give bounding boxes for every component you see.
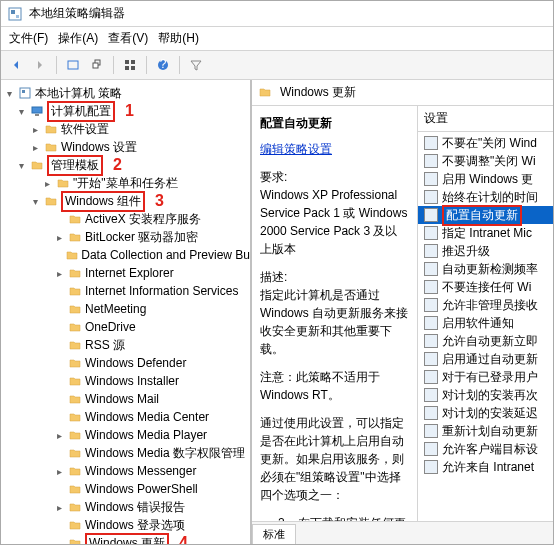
menu-file[interactable]: 文件(F) bbox=[9, 30, 48, 47]
tree-admin-templates[interactable]: ▾ 管理模板 2 bbox=[1, 156, 250, 174]
expand-icon[interactable]: ▾ bbox=[3, 88, 15, 99]
tree-software-settings[interactable]: ▸ 软件设置 bbox=[1, 120, 250, 138]
tree-item[interactable]: ActiveX 安装程序服务 bbox=[1, 210, 250, 228]
settings-list-item[interactable]: 对计划的安装延迟 bbox=[418, 404, 553, 422]
folder-icon bbox=[67, 319, 83, 335]
settings-list-item[interactable]: 对计划的安装再次 bbox=[418, 386, 553, 404]
policy-icon bbox=[424, 352, 438, 366]
policy-icon bbox=[424, 208, 438, 222]
menu-help[interactable]: 帮助(H) bbox=[158, 30, 199, 47]
toolbar-btn-2[interactable] bbox=[86, 54, 108, 76]
tree-item[interactable]: Windows Installer bbox=[1, 372, 250, 390]
tree-item[interactable]: ▸BitLocker 驱动器加密 bbox=[1, 228, 250, 246]
expand-icon[interactable]: ▸ bbox=[29, 142, 41, 153]
tree-item[interactable]: Windows PowerShell bbox=[1, 480, 250, 498]
svg-rect-3 bbox=[68, 61, 78, 69]
expand-icon[interactable]: ▸ bbox=[29, 124, 41, 135]
settings-list-item[interactable]: 指定 Intranet Mic bbox=[418, 224, 553, 242]
svg-rect-7 bbox=[131, 60, 135, 64]
tree-item[interactable]: NetMeeting bbox=[1, 300, 250, 318]
nav-fwd-button[interactable] bbox=[29, 54, 51, 76]
filter-button[interactable] bbox=[185, 54, 207, 76]
settings-list-item[interactable]: 对于有已登录用户 bbox=[418, 368, 553, 386]
tree-computer-config[interactable]: ▾ 计算机配置 1 bbox=[1, 102, 250, 120]
expand-icon[interactable]: ▾ bbox=[15, 106, 27, 117]
tree-item[interactable]: ▸Windows Messenger bbox=[1, 462, 250, 480]
settings-list-item[interactable]: 不要调整"关闭 Wi bbox=[418, 152, 553, 170]
tree-item[interactable]: Data Collection and Preview Bu bbox=[1, 246, 250, 264]
settings-list-item[interactable]: 启用通过自动更新 bbox=[418, 350, 553, 368]
expand-icon[interactable]: ▸ bbox=[53, 430, 65, 441]
settings-list-item[interactable]: 允许非管理员接收 bbox=[418, 296, 553, 314]
tab-standard[interactable]: 标准 bbox=[252, 524, 296, 544]
list-column-header[interactable]: 设置 bbox=[418, 106, 553, 132]
expand-icon[interactable]: ▸ bbox=[53, 502, 65, 513]
settings-list-item[interactable]: 自动更新检测频率 bbox=[418, 260, 553, 278]
expand-icon[interactable]: ▸ bbox=[53, 268, 65, 279]
tree-item[interactable]: Windows Media 数字权限管理 bbox=[1, 444, 250, 462]
settings-list-item[interactable]: 启用 Windows 更 bbox=[418, 170, 553, 188]
menu-view[interactable]: 查看(V) bbox=[108, 30, 148, 47]
settings-list-item[interactable]: 推迟升级 bbox=[418, 242, 553, 260]
toolbar-btn-1[interactable] bbox=[62, 54, 84, 76]
expand-icon[interactable]: ▸ bbox=[53, 232, 65, 243]
settings-list-item[interactable]: 始终在计划的时间 bbox=[418, 188, 553, 206]
right-header: Windows 更新 bbox=[252, 80, 553, 106]
folder-icon bbox=[67, 211, 83, 227]
expand-icon[interactable]: ▸ bbox=[41, 178, 53, 189]
svg-text:?: ? bbox=[160, 58, 167, 71]
settings-list-item[interactable]: 不要连接任何 Wi bbox=[418, 278, 553, 296]
tree-item[interactable]: Windows Defender bbox=[1, 354, 250, 372]
expand-icon[interactable]: ▸ bbox=[53, 466, 65, 477]
folder-icon bbox=[67, 301, 83, 317]
menubar: 文件(F) 操作(A) 查看(V) 帮助(H) bbox=[1, 27, 553, 51]
tree-item[interactable]: Windows Media Center bbox=[1, 408, 250, 426]
tree-windows-update[interactable]: Windows 更新 4 bbox=[1, 534, 250, 544]
expand-icon[interactable]: ▾ bbox=[29, 196, 41, 207]
expand-icon[interactable]: ▾ bbox=[15, 160, 27, 171]
tree-item[interactable]: Windows Mail bbox=[1, 390, 250, 408]
policy-icon bbox=[424, 190, 438, 204]
view-tabs: 标准 bbox=[252, 521, 553, 544]
tree-item[interactable]: ▸Internet Explorer bbox=[1, 264, 250, 282]
tree-root[interactable]: ▾ 本地计算机 策略 bbox=[1, 84, 250, 102]
toolbar-btn-3[interactable] bbox=[119, 54, 141, 76]
edit-policy-link[interactable]: 编辑策略设置 bbox=[260, 142, 332, 156]
tree-item[interactable]: Windows 登录选项 bbox=[1, 516, 250, 534]
svg-rect-6 bbox=[125, 60, 129, 64]
settings-list-item[interactable]: 允许自动更新立即 bbox=[418, 332, 553, 350]
tree-item[interactable]: ▸Windows 错误报告 bbox=[1, 498, 250, 516]
tree-start-menu[interactable]: ▸ "开始"菜单和任务栏 bbox=[1, 174, 250, 192]
policy-icon bbox=[424, 370, 438, 384]
nav-back-button[interactable] bbox=[5, 54, 27, 76]
settings-list-item[interactable]: 不要在"关闭 Wind bbox=[418, 134, 553, 152]
folder-icon bbox=[67, 265, 83, 281]
policy-icon bbox=[424, 154, 438, 168]
toolbar: ? bbox=[1, 51, 553, 80]
folder-icon bbox=[43, 193, 59, 209]
svg-rect-2 bbox=[16, 15, 19, 18]
tree-item[interactable]: OneDrive bbox=[1, 318, 250, 336]
tree-windows-settings[interactable]: ▸ Windows 设置 bbox=[1, 138, 250, 156]
svg-rect-9 bbox=[131, 66, 135, 70]
folder-icon bbox=[65, 247, 79, 263]
settings-list-item[interactable]: 允许来自 Intranet bbox=[418, 458, 553, 476]
settings-list-item[interactable]: 启用软件通知 bbox=[418, 314, 553, 332]
tree-item[interactable]: RSS 源 bbox=[1, 336, 250, 354]
tree-item[interactable]: ▸Windows Media Player bbox=[1, 426, 250, 444]
folder-icon bbox=[67, 481, 83, 497]
tree-windows-components[interactable]: ▾ Windows 组件 3 bbox=[1, 192, 250, 210]
svg-rect-13 bbox=[22, 90, 25, 93]
menu-action[interactable]: 操作(A) bbox=[58, 30, 98, 47]
folder-icon bbox=[258, 85, 274, 101]
policy-icon bbox=[424, 460, 438, 474]
setting-title: 配置自动更新 bbox=[260, 114, 409, 132]
settings-list-item[interactable]: 配置自动更新 bbox=[418, 206, 553, 224]
tree-item[interactable]: Internet Information Services bbox=[1, 282, 250, 300]
settings-list-item[interactable]: 允许客户端目标设 bbox=[418, 440, 553, 458]
help-button[interactable]: ? bbox=[152, 54, 174, 76]
settings-list-item[interactable]: 重新计划自动更新 bbox=[418, 422, 553, 440]
svg-rect-15 bbox=[35, 114, 39, 116]
folder-icon bbox=[67, 409, 83, 425]
description-pane: 配置自动更新 编辑策略设置 要求: Windows XP Professiona… bbox=[252, 106, 418, 521]
